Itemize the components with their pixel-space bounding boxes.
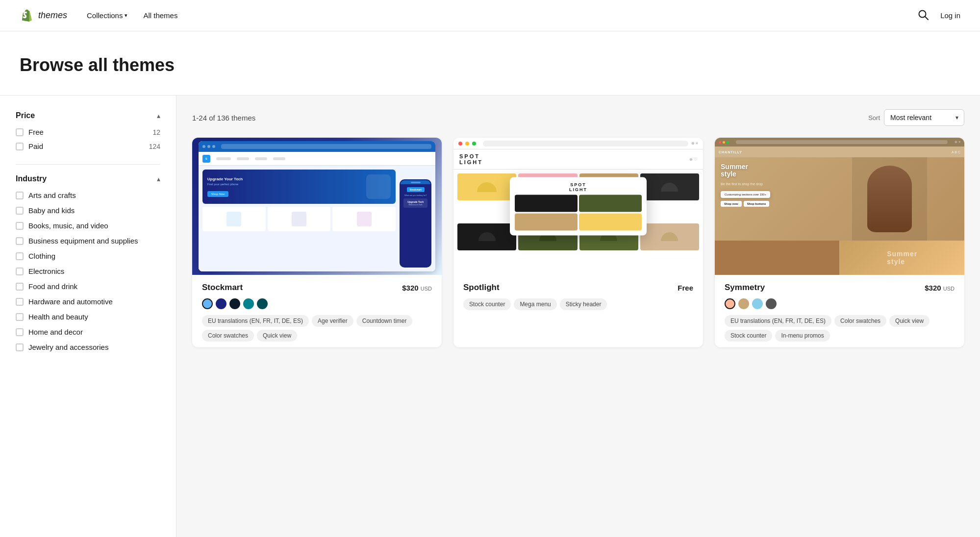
- food-checkbox[interactable]: [16, 283, 24, 291]
- theme-tag: In-menu promos: [775, 330, 829, 342]
- theme-card-spotlight[interactable]: ⊕ ≡ SPOTLIGHT ⊕ ♡: [453, 138, 703, 347]
- industry-filter-electronics[interactable]: Electronics: [16, 267, 160, 275]
- industry-filter-section: Industry Arts and crafts Baby and kids B…: [16, 174, 160, 351]
- jewelry-checkbox[interactable]: [16, 343, 24, 351]
- logo[interactable]: themes: [20, 8, 67, 23]
- theme-tag: Mega menu: [514, 298, 556, 310]
- industry-filter-arts-crafts[interactable]: Arts and crafts: [16, 191, 160, 199]
- theme-tag: Color swatches: [202, 330, 254, 342]
- theme-colors-symmetry: [725, 298, 955, 309]
- theme-card-symmetry[interactable]: ⊕ ≡ CHANTILLY A B C: [715, 138, 964, 347]
- industry-filter-jewelry[interactable]: Jewelry and accessories: [16, 343, 160, 351]
- free-label: Free: [28, 128, 44, 136]
- free-checkbox[interactable]: [16, 128, 24, 136]
- results-count: 1-24 of 136 themes: [192, 114, 255, 122]
- theme-tag: Stock counter: [463, 298, 511, 310]
- sort-wrapper: Most relevant Newest Price: Low to High …: [884, 109, 964, 126]
- health-checkbox[interactable]: [16, 313, 24, 321]
- industry-filter-baby-kids[interactable]: Baby and kids: [16, 206, 160, 215]
- theme-preview-spotlight: ⊕ ≡ SPOTLIGHT ⊕ ♡: [453, 138, 703, 275]
- header-actions: Log in: [918, 9, 960, 22]
- header: themes Collections ▾ All themes Log in: [0, 0, 980, 31]
- industry-section-toggle[interactable]: [157, 175, 160, 183]
- nav-collections[interactable]: Collections ▾: [87, 11, 127, 20]
- color-option[interactable]: [229, 298, 240, 309]
- theme-info-stockmart: Stockmart $320 USD EU tra: [192, 275, 442, 347]
- content-header: 1-24 of 136 themes Sort Most relevant Ne…: [192, 109, 964, 126]
- industry-filter-health[interactable]: Health and beauty: [16, 313, 160, 321]
- theme-price-spotlight: Free: [678, 284, 693, 292]
- industry-filter-food[interactable]: Food and drink: [16, 282, 160, 291]
- logo-text: themes: [38, 10, 67, 21]
- svg-line-1: [925, 17, 928, 20]
- price-filter-free: Free 12: [16, 128, 160, 136]
- industry-filter-home[interactable]: Home and decor: [16, 328, 160, 336]
- home-checkbox[interactable]: [16, 328, 24, 336]
- color-option[interactable]: [216, 298, 226, 309]
- books-checkbox[interactable]: [16, 222, 24, 230]
- hardware-checkbox[interactable]: [16, 298, 24, 306]
- price-section-header: Price: [16, 111, 160, 120]
- industry-filter-clothing[interactable]: Clothing: [16, 252, 160, 260]
- sort-label: Sort: [868, 114, 880, 122]
- theme-tag: Quick view: [257, 330, 297, 342]
- paid-checkbox[interactable]: [16, 143, 24, 150]
- industry-section-header: Industry: [16, 174, 160, 183]
- color-option[interactable]: [766, 298, 777, 309]
- sidebar-divider: [16, 164, 160, 165]
- price-section-title: Price: [16, 111, 35, 120]
- industry-section-title: Industry: [16, 174, 47, 183]
- color-option[interactable]: [752, 298, 763, 309]
- chevron-down-icon: ▾: [125, 12, 127, 19]
- price-filter-section: Price Free 12 Paid 124: [16, 111, 160, 150]
- theme-tag: Countdown timer: [356, 315, 413, 327]
- page-title: Browse all themes: [20, 55, 960, 75]
- theme-tag: Color swatches: [834, 315, 886, 327]
- theme-name-symmetry: Symmetry: [725, 283, 765, 293]
- theme-info-spotlight: Spotlight Free Stock counter Mega menu S…: [453, 275, 703, 316]
- theme-tag: Sticky header: [560, 298, 607, 310]
- color-option[interactable]: [738, 298, 749, 309]
- business-checkbox[interactable]: [16, 237, 24, 245]
- paid-count: 124: [149, 143, 160, 150]
- theme-price-stockmart: $320 USD: [402, 284, 432, 292]
- theme-tag: EU translations (EN, FR, IT, DE, ES): [202, 315, 309, 327]
- theme-price-symmetry: $320 USD: [925, 284, 955, 292]
- theme-preview-stockmart: S: [192, 138, 442, 275]
- price-filter-paid: Paid 124: [16, 142, 160, 150]
- theme-preview-symmetry: ⊕ ≡ CHANTILLY A B C: [715, 138, 964, 275]
- arts-crafts-checkbox[interactable]: [16, 192, 24, 199]
- color-option[interactable]: [243, 298, 254, 309]
- theme-tag: Age verifier: [312, 315, 353, 327]
- industry-filter-business[interactable]: Business equipment and supplies: [16, 237, 160, 245]
- sidebar: Price Free 12 Paid 124: [0, 96, 176, 537]
- theme-name-stockmart: Stockmart: [202, 283, 243, 293]
- color-option[interactable]: [257, 298, 268, 309]
- baby-kids-checkbox[interactable]: [16, 207, 24, 215]
- theme-name-spotlight: Spotlight: [463, 283, 500, 293]
- main-layout: Price Free 12 Paid 124: [0, 96, 980, 537]
- search-icon[interactable]: [918, 9, 929, 22]
- industry-filter-books[interactable]: Books, music, and video: [16, 221, 160, 230]
- theme-tags-spotlight: Stock counter Mega menu Sticky header: [463, 298, 693, 310]
- login-button[interactable]: Log in: [940, 11, 960, 20]
- free-count: 12: [152, 128, 160, 136]
- color-option[interactable]: [725, 298, 735, 309]
- clothing-checkbox[interactable]: [16, 252, 24, 260]
- shopify-logo-icon: [20, 8, 34, 23]
- industry-filter-hardware[interactable]: Hardware and automotive: [16, 297, 160, 306]
- price-section-toggle[interactable]: [157, 112, 160, 120]
- nav-all-themes[interactable]: All themes: [143, 11, 177, 20]
- hero-section: Browse all themes: [0, 31, 980, 96]
- themes-grid: S: [192, 138, 964, 347]
- theme-tag: EU translations (EN, FR, IT, DE, ES): [725, 315, 831, 327]
- theme-tag: Quick view: [889, 315, 930, 327]
- theme-tags-stockmart: EU translations (EN, FR, IT, DE, ES) Age…: [202, 315, 432, 342]
- main-nav: Collections ▾ All themes: [87, 11, 918, 20]
- theme-card-stockmart[interactable]: S: [192, 138, 442, 347]
- electronics-checkbox[interactable]: [16, 268, 24, 275]
- sort-select[interactable]: Most relevant Newest Price: Low to High …: [884, 109, 964, 126]
- color-option[interactable]: [202, 298, 213, 309]
- theme-tags-symmetry: EU translations (EN, FR, IT, DE, ES) Col…: [725, 315, 955, 342]
- main-content: 1-24 of 136 themes Sort Most relevant Ne…: [176, 96, 980, 537]
